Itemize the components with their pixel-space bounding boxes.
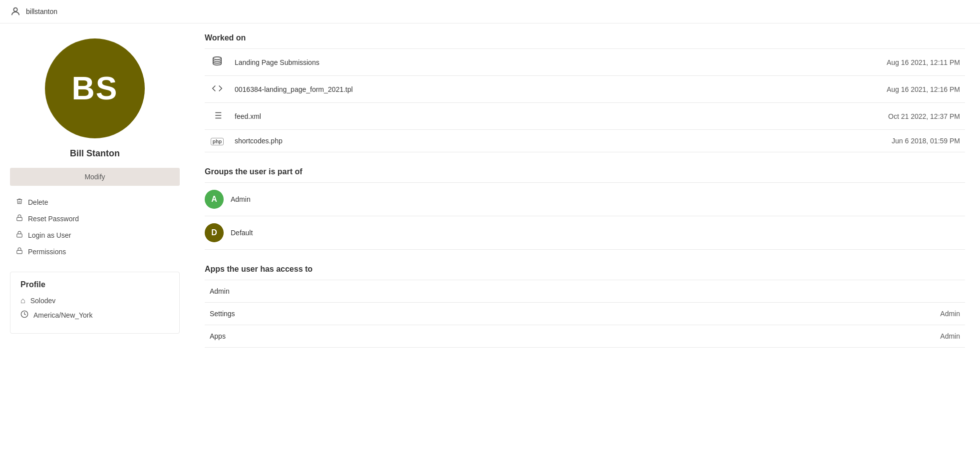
page-wrapper: billstanton BS Bill Stanton Modify bbox=[0, 0, 980, 460]
groups-section: Groups the user is part of A Admin D Def… bbox=[205, 167, 965, 250]
action-list: Delete Reset Password bbox=[10, 194, 180, 260]
worked-on-row: 0016384-landing_page_form_2021.tpl Aug 1… bbox=[205, 76, 965, 103]
action-delete[interactable]: Delete bbox=[10, 194, 180, 210]
action-login-as-user-label: Login as User bbox=[28, 231, 71, 239]
profile-title: Profile bbox=[20, 280, 169, 289]
app-row: Admin bbox=[205, 280, 965, 303]
file-name[interactable]: 0016384-landing_page_form_2021.tpl bbox=[230, 76, 675, 103]
user-full-name: Bill Stanton bbox=[70, 148, 120, 159]
modify-button[interactable]: Modify bbox=[10, 168, 180, 186]
file-date: Jun 6 2018, 01:59 PM bbox=[675, 130, 965, 152]
file-name[interactable]: shortcodes.php bbox=[230, 130, 675, 152]
apps-title: Apps the user has access to bbox=[205, 265, 965, 274]
svg-rect-2 bbox=[17, 234, 22, 237]
action-reset-password[interactable]: Reset Password bbox=[10, 210, 180, 227]
apps-section: Apps the user has access to Admin Settin… bbox=[205, 265, 965, 348]
file-icon-cell bbox=[205, 103, 230, 130]
groups-list: A Admin D Default bbox=[205, 182, 965, 250]
action-permissions-label: Permissions bbox=[28, 248, 66, 256]
worked-on-row: Landing Page Submissions Aug 16 2021, 12… bbox=[205, 49, 965, 76]
clock-icon bbox=[20, 310, 28, 320]
group-item: A Admin bbox=[205, 182, 965, 216]
svg-point-0 bbox=[13, 8, 17, 11]
file-icon-cell bbox=[205, 49, 230, 76]
app-name[interactable]: Admin bbox=[205, 280, 617, 303]
topbar-username: billstanton bbox=[26, 7, 57, 15]
svg-point-5 bbox=[213, 57, 222, 60]
main-content: BS Bill Stanton Modify Delete bbox=[0, 23, 980, 460]
app-role: Admin bbox=[617, 303, 965, 325]
svg-rect-1 bbox=[17, 217, 22, 220]
file-icon-cell: php bbox=[205, 130, 230, 152]
user-icon bbox=[10, 6, 21, 17]
svg-rect-3 bbox=[17, 250, 22, 253]
lock-icon-login bbox=[16, 231, 23, 239]
group-name: Admin bbox=[231, 195, 251, 203]
profile-timezone-value: America/New_York bbox=[33, 311, 93, 319]
action-reset-password-label: Reset Password bbox=[28, 215, 79, 223]
app-name[interactable]: Apps bbox=[205, 325, 617, 348]
top-bar: billstanton bbox=[0, 0, 980, 23]
group-avatar: A bbox=[205, 190, 224, 209]
worked-on-section: Worked on Landing Page Submissions Aug 1… bbox=[205, 33, 965, 152]
lock-icon-reset bbox=[16, 214, 23, 223]
app-role bbox=[617, 280, 965, 303]
lock-icon-permissions bbox=[16, 247, 23, 256]
avatar-initials: BS bbox=[72, 70, 118, 107]
worked-on-table: Landing Page Submissions Aug 16 2021, 12… bbox=[205, 48, 965, 152]
sidebar: BS Bill Stanton Modify Delete bbox=[0, 23, 190, 460]
profile-timezone: America/New_York bbox=[20, 310, 169, 320]
file-name[interactable]: Landing Page Submissions bbox=[230, 49, 675, 76]
home-icon: ⌂ bbox=[20, 296, 25, 305]
groups-title: Groups the user is part of bbox=[205, 167, 965, 176]
right-content: Worked on Landing Page Submissions Aug 1… bbox=[190, 23, 980, 460]
file-date: Aug 16 2021, 12:16 PM bbox=[675, 76, 965, 103]
app-row: Apps Admin bbox=[205, 325, 965, 348]
app-row: Settings Admin bbox=[205, 303, 965, 325]
profile-box: Profile ⌂ Solodev America/New_York bbox=[10, 272, 180, 334]
action-permissions[interactable]: Permissions bbox=[10, 243, 180, 260]
apps-table: Admin Settings Admin Apps Admin bbox=[205, 280, 965, 348]
avatar: BS bbox=[45, 38, 145, 138]
profile-solodev: ⌂ Solodev bbox=[20, 296, 169, 305]
app-role: Admin bbox=[617, 325, 965, 348]
profile-solodev-value: Solodev bbox=[30, 297, 56, 305]
action-login-as-user[interactable]: Login as User bbox=[10, 227, 180, 243]
file-date: Aug 16 2021, 12:11 PM bbox=[675, 49, 965, 76]
action-delete-label: Delete bbox=[28, 198, 48, 206]
group-item: D Default bbox=[205, 216, 965, 250]
delete-icon bbox=[16, 198, 23, 206]
group-name: Default bbox=[231, 229, 253, 237]
file-icon-cell bbox=[205, 76, 230, 103]
file-name[interactable]: feed.xml bbox=[230, 103, 675, 130]
file-date: Oct 21 2022, 12:37 PM bbox=[675, 103, 965, 130]
worked-on-row: feed.xml Oct 21 2022, 12:37 PM bbox=[205, 103, 965, 130]
group-avatar: D bbox=[205, 223, 224, 242]
app-name[interactable]: Settings bbox=[205, 303, 617, 325]
worked-on-title: Worked on bbox=[205, 33, 965, 42]
worked-on-row: php shortcodes.php Jun 6 2018, 01:59 PM bbox=[205, 130, 965, 152]
